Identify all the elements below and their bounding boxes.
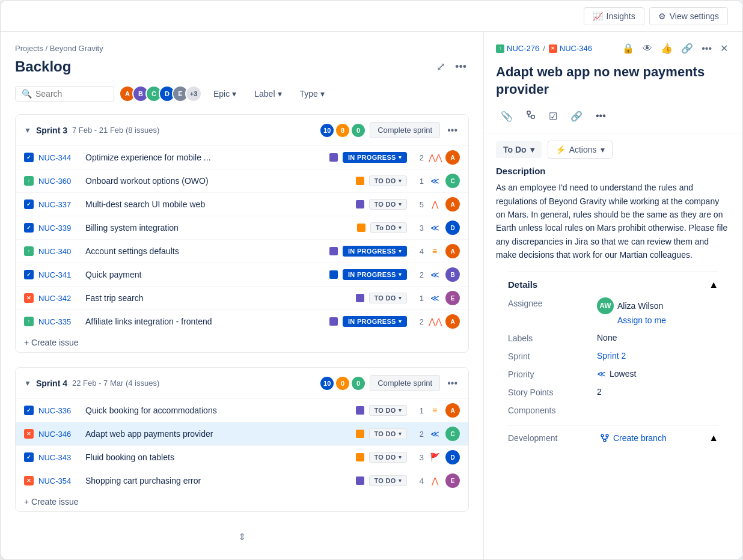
actions-button[interactable]: ⚡ Actions ▾ xyxy=(548,141,613,159)
priority-lowest-icon: ≪ xyxy=(429,293,441,303)
status-badge[interactable]: TO DO ▾ xyxy=(369,293,407,303)
current-issue-key[interactable]: NUC-346 xyxy=(560,44,592,53)
story-points: 2 xyxy=(412,317,424,326)
status-badge[interactable]: TO DO ▾ xyxy=(369,199,407,210)
issue-key: NUC-341 xyxy=(38,270,81,279)
create-branch-link[interactable]: Create branch xyxy=(600,433,667,443)
story-points: 1 xyxy=(412,177,424,186)
current-issue-link[interactable]: ✕ NUC-346 xyxy=(549,44,592,53)
epic-filter[interactable]: Epic ▾ xyxy=(207,85,243,102)
components-label: Components xyxy=(508,404,592,415)
issue-summary: Shopping cart purchasing error xyxy=(85,476,351,485)
issue-type-task-icon: ✓ xyxy=(24,452,34,462)
more-options-icon[interactable]: ••• xyxy=(453,58,469,76)
assign-to-me-link[interactable]: Assign to me xyxy=(617,315,666,325)
priority-value: ≪ Lowest xyxy=(597,368,718,379)
issue-key: NUC-344 xyxy=(38,153,81,162)
resize-handle[interactable]: ⇕ xyxy=(15,526,469,547)
table-row[interactable]: ✓ NUC-339 Billing system integration To … xyxy=(16,216,468,239)
labels-value: None xyxy=(597,332,718,343)
avatar-count[interactable]: +3 xyxy=(185,85,202,102)
sprint-4-create-issue[interactable]: + Create issue xyxy=(16,492,468,511)
sprint-4-more-icon[interactable]: ••• xyxy=(445,376,460,391)
description-section: Description As an employee I'd need to u… xyxy=(484,166,742,271)
status-badge[interactable]: IN PROGRESS ▾ xyxy=(343,316,407,327)
labels-text: None xyxy=(597,333,617,342)
story-points: 4 xyxy=(412,247,424,256)
details-header[interactable]: Details ▲ xyxy=(508,272,718,297)
epic-color-icon xyxy=(356,294,364,302)
table-row[interactable]: ✓ NUC-336 Quick booking for accommodatio… xyxy=(16,398,468,422)
more-actions-icon[interactable]: ••• xyxy=(591,107,611,125)
search-icon: 🔍 xyxy=(22,89,32,99)
table-row[interactable]: ↑ NUC-335 Affiliate links integration - … xyxy=(16,309,468,333)
sprint-3-complete-btn[interactable]: Complete sprint xyxy=(370,122,440,138)
table-row[interactable]: ✕ NUC-342 Fast trip search TO DO ▾ 1 ≪ E xyxy=(16,286,468,309)
issue-summary: Quick booking for accommodations xyxy=(85,406,351,415)
watch-icon[interactable]: 👁 xyxy=(640,41,655,56)
dev-expand-icon[interactable]: ▲ xyxy=(709,433,718,443)
details-section: Details ▲ Assignee AW Aliza Wilson Assig xyxy=(508,272,718,451)
breadcrumb-project[interactable]: Beyond Gravity xyxy=(50,44,103,53)
table-row[interactable]: ✓ NUC-343 Fluid booking on tablets TO DO… xyxy=(16,445,468,469)
table-row[interactable]: ✓ NUC-337 Multi-dest search UI mobile we… xyxy=(16,192,468,216)
parent-issue-key[interactable]: NUC-276 xyxy=(507,44,539,53)
table-row[interactable]: ✓ NUC-341 Quick payment IN PROGRESS ▾ 2 … xyxy=(16,263,468,286)
table-row[interactable]: ↑ NUC-340 Account settings defaults IN P… xyxy=(16,239,468,263)
status-badge[interactable]: To DO ▾ xyxy=(370,222,407,233)
issue-key: NUC-342 xyxy=(38,294,81,303)
sprint-3-collapse-icon[interactable]: ▼ xyxy=(24,126,31,135)
sprint-4-collapse-icon[interactable]: ▼ xyxy=(24,379,31,388)
table-row[interactable]: ✓ NUC-344 Optimize experience for mobile… xyxy=(16,145,468,169)
status-badge[interactable]: TO DO ▾ xyxy=(369,428,407,439)
attach-icon[interactable]: 📎 xyxy=(496,107,518,126)
status-badge[interactable]: TO DO ▾ xyxy=(369,475,407,486)
status-badge[interactable]: TO DO ▾ xyxy=(369,452,407,463)
expand-icon[interactable]: ⤢ xyxy=(434,58,448,76)
table-row[interactable]: ✕ NUC-346 Adapt web app payments provide… xyxy=(16,422,468,445)
sprint-link[interactable]: Sprint 2 xyxy=(597,351,626,361)
sprint-3-name: Sprint 3 xyxy=(36,126,67,135)
checklist-icon[interactable]: ☑ xyxy=(544,107,562,126)
development-section: Development Create branch ▲ xyxy=(508,425,718,451)
sprint-3-more-icon[interactable]: ••• xyxy=(445,123,460,138)
epic-color-icon xyxy=(357,224,365,232)
view-settings-button[interactable]: ⚙ View settings xyxy=(649,7,728,25)
sprint-3-create-issue[interactable]: + Create issue xyxy=(16,333,468,352)
status-badge[interactable]: IN PROGRESS ▾ xyxy=(343,152,407,163)
status-badge[interactable]: IN PROGRESS ▾ xyxy=(343,269,407,280)
table-row[interactable]: ✕ NUC-354 Shopping cart purchasing error… xyxy=(16,469,468,492)
table-row[interactable]: ↑ NUC-360 Onboard workout options (OWO) … xyxy=(16,169,468,192)
svg-line-8 xyxy=(602,439,605,439)
insights-button[interactable]: 📈 Insights xyxy=(584,7,644,25)
link-icon[interactable]: 🔗 xyxy=(566,107,587,126)
view-settings-label: View settings xyxy=(670,11,719,21)
priority-lowest-icon: ≪ xyxy=(429,176,441,186)
svg-point-4 xyxy=(601,434,604,437)
avatar-group: A B C D E +3 xyxy=(119,85,202,102)
more-options-icon[interactable]: ••• xyxy=(699,41,714,56)
avatar: E xyxy=(445,473,460,488)
status-badge[interactable]: IN PROGRESS ▾ xyxy=(343,246,407,257)
child-issues-icon[interactable] xyxy=(521,106,540,126)
sprint-4-complete-btn[interactable]: Complete sprint xyxy=(370,375,440,391)
status-dropdown[interactable]: To Do ▾ xyxy=(496,141,542,158)
search-input[interactable] xyxy=(35,89,108,99)
sprint-4-dates: 22 Feb - 7 Mar (4 issues) xyxy=(72,379,159,388)
story-points: 1 xyxy=(412,406,424,415)
status-badge[interactable]: TO DO ▾ xyxy=(369,405,407,416)
type-filter[interactable]: Type ▾ xyxy=(293,85,331,102)
close-icon[interactable]: ✕ xyxy=(718,40,730,56)
lock-icon[interactable]: 🔒 xyxy=(620,40,637,56)
parent-issue-link[interactable]: ↑ NUC-276 xyxy=(496,44,539,53)
like-icon[interactable]: 👍 xyxy=(658,40,675,56)
status-badge[interactable]: TO DO ▾ xyxy=(369,175,407,186)
label-filter[interactable]: Label ▾ xyxy=(248,85,288,102)
issue-key: NUC-335 xyxy=(38,317,81,326)
breadcrumb-projects[interactable]: Projects xyxy=(15,44,43,53)
issue-summary: Adapt web app payments provider xyxy=(85,429,351,439)
details-grid: Assignee AW Aliza Wilson Assign to me La… xyxy=(508,297,718,425)
search-box: 🔍 xyxy=(15,86,114,102)
share-icon[interactable]: 🔗 xyxy=(679,40,696,56)
story-points: 2 xyxy=(412,153,424,162)
